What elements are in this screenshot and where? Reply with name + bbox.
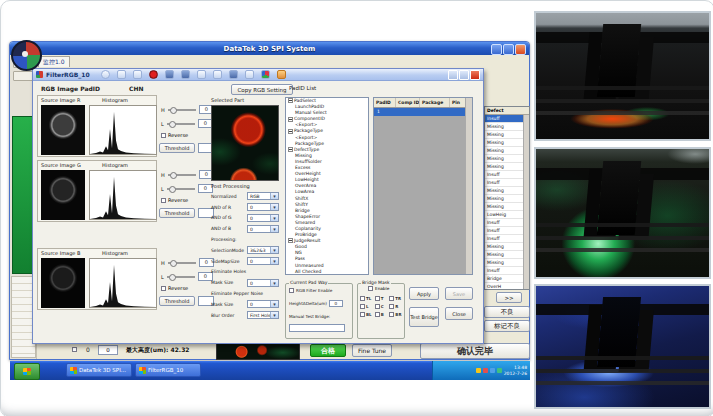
reverse-checkbox[interactable] (161, 198, 166, 203)
bridge-mask-cell[interactable]: TL (360, 296, 373, 301)
bad-button[interactable]: 不良 (484, 306, 530, 318)
mask-checkbox[interactable] (375, 304, 380, 309)
mask-checkbox[interactable] (389, 304, 394, 309)
col-compid[interactable]: Comp ID (396, 98, 420, 107)
mask-checkbox[interactable] (360, 296, 365, 301)
defect-row[interactable]: Missing (485, 243, 524, 251)
close-icon[interactable] (515, 44, 526, 55)
rgb-filter-checkbox[interactable] (289, 288, 294, 293)
pp-dropdown[interactable]: 0 (247, 203, 279, 211)
defect-row[interactable]: Insuff (485, 219, 524, 227)
pass-button[interactable]: 合格 (310, 344, 346, 357)
bridge-enable-checkbox[interactable] (368, 286, 373, 291)
bridge-mask-cell[interactable]: BR (389, 312, 402, 317)
mask-checkbox[interactable] (389, 296, 394, 301)
defect-row[interactable]: Missing (485, 187, 524, 195)
defect-row[interactable]: Bridge (485, 275, 524, 283)
mask-checkbox[interactable] (389, 312, 394, 317)
table-row[interactable]: 1 (374, 108, 472, 116)
col-padid[interactable]: PadID (374, 98, 396, 107)
pp-dropdown[interactable]: 0 (247, 300, 279, 308)
compare-icon[interactable] (213, 70, 222, 79)
defect-row[interactable]: Insuff (485, 179, 524, 187)
save-button[interactable]: Save (445, 287, 473, 300)
pp-dropdown[interactable]: 0 (247, 225, 279, 233)
bridge-mask-cell[interactable]: BL (360, 312, 373, 317)
defect-row[interactable]: Insuff (485, 267, 524, 275)
image-icon[interactable] (197, 70, 206, 79)
defect-row[interactable]: Insuff (485, 235, 524, 243)
bridge-mask-cell[interactable]: C (375, 304, 388, 309)
tray-icon[interactable] (490, 368, 495, 373)
bridge-mask-cell[interactable]: R (389, 304, 402, 309)
palette-icon[interactable] (261, 70, 270, 79)
reverse-checkbox[interactable] (161, 286, 166, 291)
defect-row[interactable]: Insuff (485, 171, 524, 179)
sidebar-button[interactable] (13, 71, 33, 81)
tree-node-toggle-icon[interactable] (288, 238, 293, 243)
height-delta-field[interactable]: 0 (329, 300, 343, 307)
dialog-minimize-icon[interactable] (448, 70, 458, 80)
edit-icon[interactable] (245, 70, 254, 79)
defect-row[interactable]: OverH (485, 283, 524, 290)
defect-row[interactable]: Missing (485, 251, 524, 259)
tree-node-toggle-icon[interactable] (288, 129, 293, 134)
copy-rgb-setting-button[interactable]: Copy RGB Setting (231, 84, 293, 95)
reverse-checkbox[interactable] (161, 133, 166, 138)
record-icon[interactable] (149, 70, 158, 79)
tray-icon[interactable] (476, 368, 481, 373)
tray-icon[interactable] (497, 368, 502, 373)
capture-icon[interactable] (165, 70, 174, 79)
l-slider[interactable] (167, 276, 195, 278)
status-checkbox[interactable] (72, 347, 77, 352)
tab-monitor[interactable]: 监控1.0 (38, 56, 70, 67)
l-slider[interactable] (167, 123, 195, 125)
dialog-close-icon[interactable] (470, 70, 480, 80)
threshold-button[interactable]: Threshold (159, 143, 195, 153)
pp-dropdown[interactable]: RGB (247, 192, 279, 200)
defect-row[interactable]: Missing (485, 203, 524, 211)
more-button[interactable]: >> (496, 292, 522, 303)
h-slider[interactable] (168, 174, 196, 176)
dialog-titlebar[interactable]: FilterRGB_10 (33, 69, 483, 81)
defect-row[interactable]: Missing (485, 155, 524, 163)
maximize-icon[interactable] (503, 44, 514, 55)
pp-dropdown[interactable]: First Holes (247, 311, 279, 319)
main-titlebar[interactable]: DataTek 3D SPI System (10, 42, 529, 55)
defect-row[interactable]: Missing (485, 123, 524, 131)
h-slider[interactable] (168, 109, 196, 111)
defect-row[interactable]: LowHeig (485, 211, 524, 219)
mask-checkbox[interactable] (360, 304, 365, 309)
bridge-mask-cell[interactable]: T (375, 296, 388, 301)
help-icon[interactable] (277, 70, 286, 79)
tree-node-toggle-icon[interactable] (288, 117, 293, 122)
bridge-mask-cell[interactable]: TR (389, 296, 402, 301)
defect-row[interactable]: Missing (485, 259, 524, 267)
mask-checkbox[interactable] (360, 312, 365, 317)
h-slider[interactable] (168, 262, 196, 264)
defect-row[interactable]: Missing (485, 163, 524, 171)
defect-row[interactable]: Missing (485, 147, 524, 155)
pp-dropdown[interactable]: 0 (247, 257, 279, 265)
defect-row[interactable]: Insuff (485, 227, 524, 235)
threshold-button[interactable]: Threshold (159, 296, 195, 306)
status-value-field[interactable]: 0 (98, 345, 118, 355)
close-button[interactable]: Close (445, 307, 473, 320)
apply-button[interactable]: Apply (409, 287, 439, 300)
minimize-icon[interactable] (491, 44, 502, 55)
tree-node-toggle-icon[interactable] (288, 147, 293, 152)
bridge-mask-cell[interactable]: L (360, 304, 373, 309)
layers-icon[interactable] (229, 70, 238, 79)
test-bridge-button[interactable]: Test Bridge (409, 307, 439, 327)
mask-checkbox[interactable] (375, 296, 380, 301)
tree-node-toggle-icon[interactable] (288, 98, 293, 103)
save-icon[interactable] (117, 70, 126, 79)
defect-scrollbar[interactable] (523, 115, 529, 289)
tree-item[interactable]: All Checked (286, 269, 368, 275)
print-icon[interactable] (133, 70, 142, 79)
dialog-maximize-icon[interactable] (459, 70, 469, 80)
col-package[interactable]: Package (420, 98, 450, 107)
pad-table-scrollbar[interactable] (465, 98, 472, 274)
bridge-mask-cell[interactable]: B (375, 312, 388, 317)
defect-row[interactable]: Missing (485, 131, 524, 139)
